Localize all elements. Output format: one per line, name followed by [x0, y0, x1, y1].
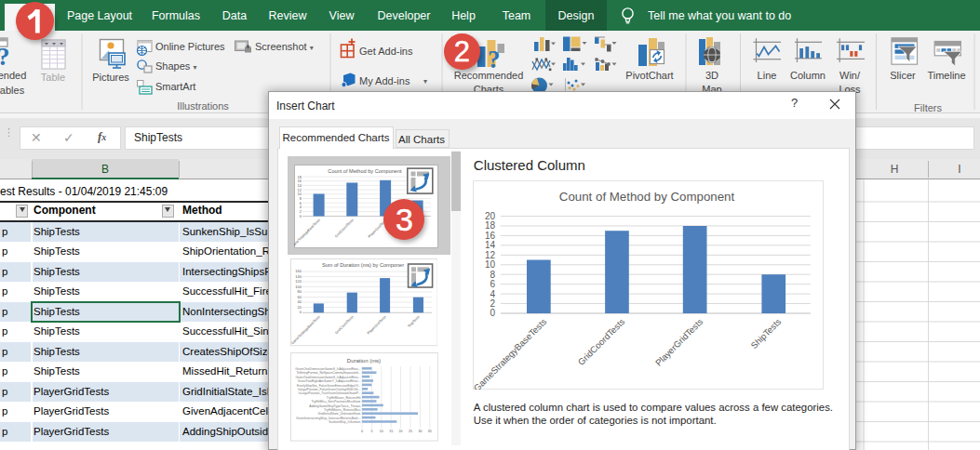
- svg-text:IslegalPosition_FalseGivenOver: IslegalPosition_FalseGivenOverlapWithOth…: [298, 388, 361, 391]
- svg-text:60: 60: [297, 295, 302, 299]
- svg-text:PlayerGridTests: PlayerGridTests: [653, 316, 705, 368]
- svg-text:TryHitMoves_ReturnsMiss: TryHitMoves_ReturnsMiss: [324, 408, 361, 412]
- svg-text:14: 14: [485, 241, 496, 251]
- svg-text:160: 160: [295, 270, 302, 274]
- svg-text:140: 140: [295, 274, 302, 279]
- svg-text:TryHitMoves_ReturnsHit: TryHitMoves_ReturnsHit: [327, 396, 361, 400]
- svg-text:20: 20: [297, 305, 302, 310]
- svg-text:16: 16: [485, 231, 496, 241]
- svg-text:GivenTwoRightAreSameY_IsAdjace: GivenTwoRightAreSameY_IsAdjacentRetur...: [298, 380, 361, 384]
- svg-text:Count of Method by Component: Count of Method by Component: [329, 168, 403, 174]
- svg-text:40: 40: [297, 300, 302, 305]
- svg-text:Sum of Duration (ms) by Compon: Sum of Duration (ms) by Componer: [322, 263, 404, 269]
- svg-text:2: 2: [490, 298, 495, 309]
- svg-text:80: 80: [297, 290, 302, 295]
- svg-text:10: 10: [380, 430, 383, 433]
- svg-text:10: 10: [485, 260, 496, 271]
- svg-text:Duration (ms): Duration (ms): [347, 358, 381, 364]
- svg-text:?: ?: [488, 46, 501, 73]
- svg-text:GameStrategyBaseTests: GameStrategyBaseTests: [473, 316, 549, 390]
- svg-text:0: 0: [361, 430, 363, 433]
- svg-text:15: 15: [389, 430, 393, 433]
- svg-text:8: 8: [490, 270, 495, 280]
- svg-text:0: 0: [490, 309, 495, 319]
- svg-text:20: 20: [399, 430, 403, 433]
- svg-text:SunkenShip_IsSunken: SunkenShip_IsSunken: [329, 421, 361, 425]
- svg-text:GridInitialState_UnknownState: GridInitialState_UnknownState: [318, 413, 361, 417]
- svg-text:18: 18: [485, 221, 496, 232]
- svg-text:6: 6: [490, 279, 495, 289]
- svg-text:TryHitMiss_SetsPositionsMissSt: TryHitMiss_SetsPositionsMissState: [312, 401, 361, 404]
- svg-text:35: 35: [428, 430, 432, 433]
- svg-text:ToStringFormat_NoSpaceCommaSep: ToStringFormat_NoSpaceCommaSeparated...: [297, 372, 361, 376]
- svg-text:30: 30: [419, 430, 423, 433]
- svg-text:20: 20: [485, 211, 496, 221]
- svg-text:GivenIntersectingShip_Intersec: GivenIntersectingShip_IntersectReturnsBo…: [296, 417, 360, 420]
- svg-text:IsLegalPosition_TrueGivenUnkno: IsLegalPosition_TrueGivenUnknownStateP..…: [299, 392, 361, 396]
- svg-text:25: 25: [409, 430, 412, 433]
- svg-text:GivenOneDimensionGameS_IsAdjac: GivenOneDimensionGameS_IsAdjacentRetu...: [296, 367, 361, 371]
- svg-text:4: 4: [490, 289, 495, 299]
- svg-text:120: 120: [295, 280, 302, 285]
- svg-text:12: 12: [485, 250, 496, 260]
- svg-text:ShipTests: ShipTests: [748, 316, 783, 351]
- svg-text:GridCoordTests: GridCoordTests: [576, 316, 627, 367]
- svg-text:5: 5: [371, 430, 373, 433]
- svg-text:GivenTwoDimensionGameS_IsAdjac: GivenTwoDimensionGameS_IsAdjacentRetu...: [296, 376, 361, 379]
- svg-text:?: ?: [0, 43, 10, 71]
- svg-text:100: 100: [295, 285, 302, 289]
- svg-text:Count of Method by Component: Count of Method by Component: [559, 190, 735, 204]
